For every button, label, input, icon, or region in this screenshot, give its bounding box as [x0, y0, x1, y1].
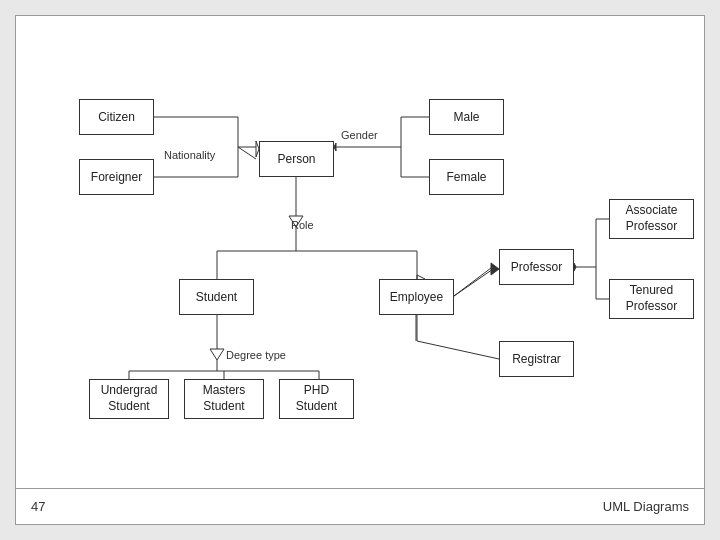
registrar-box: Registrar [499, 341, 574, 377]
page-number: 47 [31, 499, 45, 514]
svg-marker-20 [491, 263, 499, 275]
citizen-box: Citizen [79, 99, 154, 135]
role-label: Role [291, 219, 314, 231]
svg-line-17 [454, 267, 496, 296]
tenured-professor-box: Tenured Professor [609, 279, 694, 319]
professor-box: Professor [499, 249, 574, 285]
student-box: Student [179, 279, 254, 315]
associate-professor-box: Associate Professor [609, 199, 694, 239]
masters-student-box: Masters Student [184, 379, 264, 419]
degree-type-label: Degree type [226, 349, 286, 361]
svg-marker-25 [574, 263, 576, 271]
svg-line-3 [238, 147, 256, 159]
svg-line-27 [417, 341, 499, 359]
nationality-label: Nationality [164, 149, 215, 161]
person-box: Person [259, 141, 334, 177]
svg-line-19 [454, 268, 491, 296]
footer: 47 UML Diagrams [16, 488, 704, 524]
phd-student-box: PHD Student [279, 379, 354, 419]
gender-label: Gender [341, 129, 378, 141]
undergrad-student-box: Undergrad Student [89, 379, 169, 419]
diagram-area: Citizen Foreigner Person Male Female Stu… [31, 31, 689, 484]
female-box: Female [429, 159, 504, 195]
document-title: UML Diagrams [603, 499, 689, 514]
svg-marker-10 [334, 143, 336, 151]
svg-marker-31 [210, 349, 224, 360]
foreigner-box: Foreigner [79, 159, 154, 195]
male-box: Male [429, 99, 504, 135]
employee-box: Employee [379, 279, 454, 315]
page: Citizen Foreigner Person Male Female Stu… [15, 15, 705, 525]
